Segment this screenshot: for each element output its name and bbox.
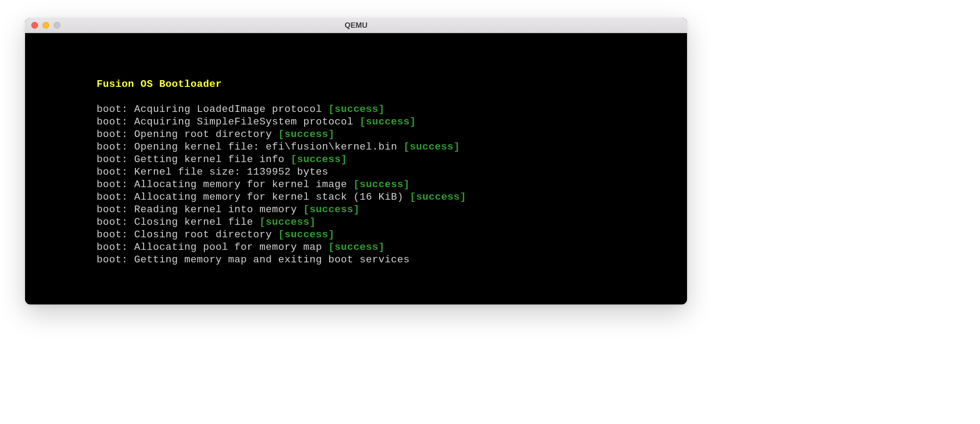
boot-line: boot: Allocating pool for memory map [su…: [97, 241, 615, 253]
boot-message: boot: Acquiring SimpleFileSystem protoco…: [97, 116, 360, 128]
status-badge: [success]: [360, 116, 416, 128]
status-badge: [success]: [291, 154, 347, 165]
status-badge: [success]: [328, 241, 385, 253]
boot-line: boot: Reading kernel into memory [succes…: [97, 203, 615, 216]
boot-heading: Fusion OS Bootloader: [97, 78, 615, 90]
boot-line: boot: Kernel file size: 1139952 bytes: [97, 166, 615, 178]
status-badge: [success]: [303, 204, 360, 215]
minimize-button[interactable]: [42, 22, 49, 29]
boot-message: boot: Kernel file size: 1139952 bytes: [97, 166, 328, 178]
boot-message: boot: Allocating memory for kernel stack…: [97, 191, 410, 203]
boot-line: boot: Allocating memory for kernel stack…: [97, 191, 615, 203]
boot-line: boot: Closing root directory [success]: [97, 228, 615, 241]
maximize-button[interactable]: [54, 22, 60, 29]
boot-message: boot: Closing root directory: [97, 229, 278, 240]
status-badge: [success]: [259, 216, 316, 228]
boot-line: boot: Acquiring LoadedImage protocol [su…: [97, 103, 615, 116]
boot-line: boot: Getting memory map and exiting boo…: [97, 253, 615, 266]
boot-message: boot: Getting kernel file info: [97, 154, 291, 165]
status-badge: [success]: [278, 229, 335, 240]
boot-message: boot: Reading kernel into memory: [97, 204, 303, 215]
boot-line: boot: Opening root directory [success]: [97, 128, 615, 141]
boot-line: boot: Closing kernel file [success]: [97, 216, 615, 228]
status-badge: [success]: [278, 128, 335, 140]
close-button[interactable]: [31, 22, 38, 29]
boot-line: boot: Getting kernel file info [success]: [97, 153, 615, 166]
terminal-output: Fusion OS Bootloader boot: Acquiring Loa…: [25, 33, 687, 284]
status-badge: [success]: [410, 191, 466, 203]
boot-message: boot: Opening kernel file: efi\fusion\ke…: [97, 141, 403, 153]
boot-line: boot: Allocating memory for kernel image…: [97, 178, 615, 191]
window-title: QEMU: [25, 21, 687, 30]
boot-message: boot: Allocating pool for memory map: [97, 241, 328, 253]
boot-message: boot: Getting memory map and exiting boo…: [97, 254, 410, 266]
traffic-lights: [31, 22, 60, 29]
titlebar[interactable]: QEMU: [25, 18, 687, 33]
boot-line: boot: Acquiring SimpleFileSystem protoco…: [97, 116, 615, 128]
status-badge: [success]: [328, 103, 385, 115]
qemu-window: QEMU Fusion OS Bootloader boot: Acquirin…: [25, 18, 687, 304]
boot-message: boot: Closing kernel file: [97, 216, 259, 228]
status-badge: [success]: [403, 141, 460, 153]
boot-message: boot: Acquiring LoadedImage protocol: [97, 103, 328, 115]
boot-message: boot: Opening root directory: [97, 128, 278, 140]
boot-message: boot: Allocating memory for kernel image: [97, 179, 353, 190]
boot-line: boot: Opening kernel file: efi\fusion\ke…: [97, 141, 615, 153]
status-badge: [success]: [353, 179, 410, 190]
